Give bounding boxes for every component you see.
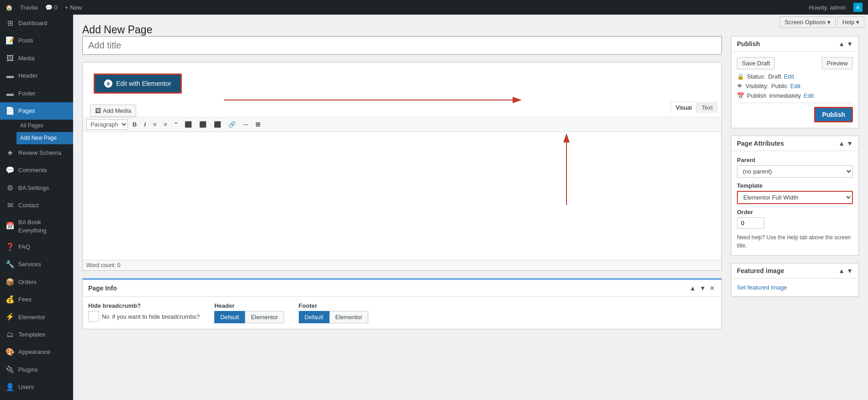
- new-item[interactable]: + New: [65, 4, 82, 11]
- publish-collapse-down[interactable]: ▼: [847, 40, 853, 47]
- align-left-button[interactable]: ⬛: [182, 120, 195, 129]
- contact-icon: ✉: [5, 200, 15, 211]
- editor-body[interactable]: [83, 132, 721, 260]
- page-info-controls: ▲ ▼ ✕: [688, 284, 716, 293]
- sidebar-item-ba-settings[interactable]: ⚙ BA Settings: [0, 179, 73, 197]
- align-center-button[interactable]: ⬛: [196, 120, 209, 129]
- sidebar-item-header[interactable]: ▬ Header: [0, 67, 73, 84]
- more-button[interactable]: ···: [240, 120, 251, 129]
- save-draft-button[interactable]: Save Draft: [737, 57, 775, 69]
- table-button[interactable]: ⊞: [253, 120, 263, 129]
- footer-elementor-button[interactable]: Elementor: [329, 311, 368, 323]
- pages-icon: 📄: [5, 106, 15, 116]
- sidebar-item-all-pages[interactable]: All Pages: [16, 120, 73, 132]
- page-info-collapse-up[interactable]: ▲: [688, 284, 697, 293]
- sidebar-item-tools[interactable]: 🔧 Tools: [0, 396, 73, 400]
- publish-button[interactable]: Publish: [814, 107, 853, 122]
- visual-tab[interactable]: Visual: [671, 102, 697, 113]
- ba-book-icon: 📅: [5, 221, 15, 231]
- template-label: Template: [737, 182, 853, 189]
- sidebar-item-templates[interactable]: 🗂 Templates: [0, 326, 73, 343]
- visibility-edit-link[interactable]: Edit: [790, 83, 800, 89]
- header-button-group: Default Elementor: [214, 311, 284, 323]
- link-button[interactable]: 🔗: [226, 120, 238, 129]
- header-default-button[interactable]: Default: [214, 311, 245, 323]
- featured-image-header[interactable]: Featured image ▲ ▼: [731, 263, 858, 279]
- wp-logo[interactable]: 🏠: [5, 4, 13, 11]
- page-attributes-header[interactable]: Page Attributes ▲ ▼: [731, 136, 858, 151]
- sidebar-item-dashboard[interactable]: ⊞ Dashboard: [0, 15, 73, 32]
- fees-icon: 💰: [5, 295, 15, 305]
- sidebar-item-fees[interactable]: 💰 Fees: [0, 291, 73, 308]
- bold-button[interactable]: B: [130, 120, 139, 129]
- add-media-button[interactable]: 🖼 Add Media: [90, 105, 136, 117]
- page-attr-collapse-down[interactable]: ▼: [847, 140, 853, 147]
- orders-icon: 📦: [5, 277, 15, 287]
- publish-date-edit-link[interactable]: Edit: [804, 92, 814, 99]
- blockquote-button[interactable]: ": [172, 120, 180, 129]
- sidebar-item-ba-book-everything[interactable]: 📅 BA Book Everything: [0, 215, 73, 238]
- header-elementor-button[interactable]: Elementor: [245, 311, 284, 323]
- preview-button[interactable]: Preview: [822, 57, 853, 69]
- sidebar-item-appearance[interactable]: 🎨 Appearance: [0, 343, 73, 361]
- order-label: Order: [737, 209, 853, 216]
- italic-button[interactable]: I: [141, 120, 148, 129]
- footer-default-button[interactable]: Default: [299, 311, 329, 323]
- sidebar-item-pages[interactable]: 📄 Pages: [0, 102, 73, 120]
- sidebar-item-posts[interactable]: 📝 Posts: [0, 32, 73, 49]
- breadcrumb-toggle[interactable]: [88, 311, 99, 322]
- page-info-collapse-down[interactable]: ▼: [699, 284, 707, 293]
- text-tab[interactable]: Text: [697, 102, 718, 113]
- publish-box-title: Publish: [737, 40, 760, 47]
- order-input[interactable]: [737, 217, 764, 229]
- admin-avatar[interactable]: A: [853, 3, 863, 12]
- status-row: 🔒 Status: Draft Edit: [737, 73, 853, 80]
- featured-image-collapse-down[interactable]: ▼: [847, 267, 853, 274]
- sidebar-item-services[interactable]: 🔧 Services: [0, 256, 73, 273]
- featured-image-collapse-up[interactable]: ▲: [838, 267, 845, 274]
- sidebar-item-elementor[interactable]: ⚡ Elementor: [0, 308, 73, 326]
- sidebar-item-media[interactable]: 🖼 Media: [0, 50, 73, 67]
- elementor-icon: ⚡: [5, 312, 15, 322]
- sidebar-item-users[interactable]: 👤 Users: [0, 379, 73, 396]
- title-input[interactable]: [82, 36, 722, 55]
- publish-controls: ▲ ▼: [838, 40, 853, 47]
- format-select[interactable]: Paragraph: [86, 119, 128, 130]
- main-content: Add New Page e Edit with Elementor: [73, 15, 868, 400]
- sidebar-item-footer[interactable]: ▬ Footer: [0, 85, 73, 102]
- page-info-close[interactable]: ✕: [709, 284, 716, 293]
- featured-image-box: Featured image ▲ ▼ Set featured image: [731, 263, 859, 297]
- site-name[interactable]: Travila: [20, 4, 38, 11]
- unordered-list-button[interactable]: ≡: [150, 120, 159, 129]
- sidebar-item-orders[interactable]: 📦 Orders: [0, 274, 73, 291]
- order-field: Order: [737, 209, 853, 229]
- edit-with-elementor-button[interactable]: e Edit with Elementor: [94, 74, 182, 94]
- users-icon: 👤: [5, 382, 15, 392]
- dashboard-icon: ⊞: [5, 18, 15, 28]
- ba-settings-icon: ⚙: [5, 183, 15, 193]
- header-label: Header: [214, 302, 284, 309]
- help-button[interactable]: Help ▾: [837, 16, 864, 28]
- template-select[interactable]: Default TemplateElementor Full WidthElem…: [737, 191, 853, 204]
- comments-count[interactable]: 💬 0: [45, 4, 58, 11]
- set-featured-image-link[interactable]: Set featured image: [737, 284, 787, 291]
- screen-options-button[interactable]: Screen Options ▾: [779, 16, 835, 28]
- sidebar-item-plugins[interactable]: 🔌 Plugins: [0, 361, 73, 379]
- main-layout: ⊞ Dashboard 📝 Posts 🖼 Media ▬ Header ▬ F…: [0, 15, 868, 400]
- page-info-header[interactable]: Page Info ▲ ▼ ✕: [83, 280, 721, 297]
- sidebar-item-contact[interactable]: ✉ Contact: [0, 197, 73, 214]
- parent-select[interactable]: (no parent): [737, 165, 853, 178]
- sidebar-item-comments[interactable]: 💬 Comments: [0, 162, 73, 179]
- appearance-icon: 🎨: [5, 347, 15, 357]
- publish-collapse-up[interactable]: ▲: [838, 40, 845, 47]
- sidebar: ⊞ Dashboard 📝 Posts 🖼 Media ▬ Header ▬ F…: [0, 15, 73, 400]
- page-attr-collapse-up[interactable]: ▲: [838, 140, 845, 147]
- ordered-list-button[interactable]: ≡: [161, 120, 170, 129]
- align-right-button[interactable]: ⬛: [211, 120, 224, 129]
- sidebar-item-review-schema[interactable]: ★ Review Schema: [0, 144, 73, 162]
- faq-icon: ❓: [5, 242, 15, 252]
- sidebar-item-faq[interactable]: ❓ FAQ: [0, 238, 73, 256]
- publish-box-header[interactable]: Publish ▲ ▼: [731, 37, 858, 52]
- sidebar-item-add-new-page[interactable]: Add New Page: [16, 132, 73, 144]
- status-edit-link[interactable]: Edit: [784, 73, 794, 80]
